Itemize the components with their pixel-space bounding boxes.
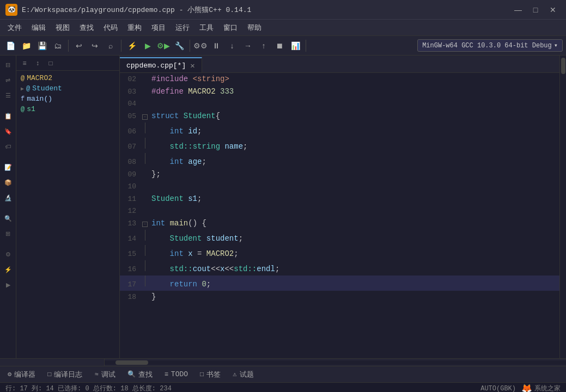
right-scroll-thumb[interactable] — [561, 58, 565, 74]
ft-sort[interactable]: ≡ — [19, 57, 31, 69]
sidebar-btn-3[interactable]: ☰ — [1, 88, 15, 102]
tb-stop[interactable]: ⏹ — [272, 39, 287, 53]
ft-layout[interactable]: □ — [45, 57, 57, 69]
bottom-tab-编译器[interactable]: ⚙编译器 — [2, 367, 41, 382]
tree-item-s1[interactable]: @ s1 — [16, 104, 119, 114]
tb-undo[interactable]: ↩ — [72, 39, 86, 53]
right-scrollbar[interactable] — [559, 56, 566, 358]
fold-line-16 — [145, 260, 145, 271]
tree-item-main[interactable]: f main() — [16, 94, 119, 104]
code-view[interactable]: 02 #include <string> 03 #define MACRO2 3… — [120, 73, 559, 358]
sidebar-btn-7[interactable]: 📝 — [1, 160, 15, 174]
code-line-10: 10 — [120, 181, 559, 193]
menu-item-帮助[interactable]: 帮助 — [243, 21, 266, 34]
hscroll-track[interactable] — [105, 360, 566, 365]
menu-item-代码[interactable]: 代码 — [99, 21, 122, 34]
close-button[interactable]: ✕ — [545, 4, 561, 16]
tab-close-btn[interactable]: ✕ — [190, 61, 194, 70]
bot-tab-label: 编译日志 — [54, 370, 82, 379]
tb-step-over[interactable]: → — [241, 39, 255, 53]
tb-debug-options[interactable]: ⚙⚙ — [193, 39, 208, 53]
func-icon: f — [21, 95, 25, 103]
tb-save[interactable]: 💾 — [35, 39, 49, 53]
compiler-selector[interactable]: MinGW-w64 GCC 10.3.0 64-bit Debug ▾ — [417, 39, 563, 52]
fold-05[interactable]: - — [141, 114, 149, 120]
menu-item-视图[interactable]: 视图 — [51, 21, 74, 34]
tb-new[interactable]: 📄 — [3, 39, 17, 53]
menu-item-编辑[interactable]: 编辑 — [27, 21, 50, 34]
fold-07 — [141, 138, 149, 149]
maximize-button[interactable]: □ — [528, 4, 543, 16]
file-tree-toolbar: ≡ ↕ □ — [16, 56, 119, 71]
code-line-09: 09 }; — [120, 168, 559, 181]
horizontal-scrollbar[interactable] — [0, 358, 566, 366]
code-line-04: 04 — [120, 98, 559, 110]
menu-item-项目[interactable]: 项目 — [147, 21, 170, 34]
bottom-tab-调试[interactable]: ≈调试 — [89, 367, 120, 382]
compiler-label: MinGW-w64 GCC 10.3.0 64-bit Debug — [422, 42, 552, 50]
menu-item-文件[interactable]: 文件 — [3, 21, 26, 34]
status-right: AUTO(GBK) 🦊 系统之家 — [480, 383, 561, 393]
sidebar-btn-6[interactable]: 🏷 — [1, 139, 15, 154]
code-line-06: 06 int id; — [120, 122, 559, 138]
tb-saveall[interactable]: 🗂 — [51, 39, 65, 53]
sidebar-btn-1[interactable]: ⊟ — [1, 58, 15, 72]
sidebar-btn-5[interactable]: 🔖 — [1, 124, 15, 138]
linenum-05: 05 — [120, 111, 141, 122]
menu-item-窗口[interactable]: 窗口 — [219, 21, 242, 34]
tb-pause[interactable]: ⏸ — [209, 39, 223, 53]
tb-check[interactable]: 🔧 — [172, 39, 186, 53]
sidebar-btn-2[interactable]: ⇌ — [1, 73, 15, 87]
fold-line-14 — [145, 230, 145, 241]
sidebar-btn-10[interactable]: 🔍 — [1, 211, 15, 225]
fold-16 — [141, 260, 149, 271]
sidebar-btn-13[interactable]: ⚡ — [1, 262, 15, 277]
tb-profile[interactable]: 📊 — [288, 39, 302, 53]
line-content-11: Student s1; — [149, 193, 559, 205]
fold-box-05[interactable]: - — [142, 114, 148, 120]
bottom-tab-试题[interactable]: ⚠试题 — [227, 367, 259, 382]
tb-open[interactable]: 📁 — [19, 39, 33, 53]
tb-search[interactable]: ⌕ — [104, 39, 118, 53]
menu-item-重构[interactable]: 重构 — [123, 21, 146, 34]
tb-step-in[interactable]: ↓ — [225, 39, 239, 53]
bottom-tab-书签[interactable]: □书签 — [194, 367, 226, 382]
line-content-07: std::string name; — [149, 140, 559, 152]
tb-run[interactable]: ▶ — [141, 39, 155, 53]
sidebar-btn-8[interactable]: 📦 — [1, 175, 15, 189]
tb-compile-run[interactable]: ⚙▶ — [156, 39, 171, 53]
fold-13[interactable]: - — [141, 222, 149, 227]
macro2-label: MACRO2 — [27, 74, 52, 82]
tree-item-macro2[interactable]: @ MACRO2 — [16, 73, 119, 83]
file-tree-content: @ MACRO2 ▶ @ Student f main() @ s1 — [16, 71, 119, 358]
linenum-09: 09 — [120, 169, 141, 181]
bottom-tab-编译日志[interactable]: □编译日志 — [42, 367, 88, 382]
sidebar-btn-4[interactable]: 📋 — [1, 109, 15, 123]
sidebar-btn-12[interactable]: ⚙ — [1, 247, 15, 261]
sidebar-btn-11[interactable]: ⊞ — [1, 226, 15, 241]
hscroll-thumb[interactable] — [115, 360, 148, 365]
ft-expand[interactable]: ↕ — [32, 57, 44, 69]
menu-item-工具[interactable]: 工具 — [195, 21, 218, 34]
code-line-02: 02 #include <string> — [120, 73, 559, 85]
line-content-08: int age; — [149, 156, 559, 168]
tb-compile[interactable]: ⚡ — [125, 39, 139, 53]
tree-item-student[interactable]: ▶ @ Student — [16, 83, 119, 94]
editor-tab-cppdemo[interactable]: cppdemo.cpp[*] ✕ — [120, 57, 202, 72]
tb-step-out[interactable]: ↑ — [257, 39, 271, 53]
window-title: E:/Workspaces/playground/cppdemo.cpp - 小… — [22, 5, 510, 15]
fold-box-13[interactable]: - — [142, 222, 148, 227]
bottom-tab-查找[interactable]: 🔍查找 — [122, 367, 158, 382]
sidebar-btn-9[interactable]: 🔬 — [1, 191, 15, 205]
line-content-13: int main() { — [149, 217, 559, 229]
fold-06 — [141, 122, 149, 133]
sidebar-btn-14[interactable]: ▶ — [1, 278, 15, 292]
bot-tab-label: 书签 — [206, 370, 221, 379]
menu-item-运行[interactable]: 运行 — [171, 21, 194, 34]
tb-redo[interactable]: ↪ — [88, 39, 102, 53]
bottom-tab-TODO[interactable]: ≡TODO — [159, 367, 193, 382]
main-label: main() — [27, 95, 52, 103]
minimize-button[interactable]: — — [510, 4, 526, 16]
menu-item-查找[interactable]: 查找 — [75, 21, 98, 34]
bot-tab-icon: ⚠ — [233, 370, 236, 378]
